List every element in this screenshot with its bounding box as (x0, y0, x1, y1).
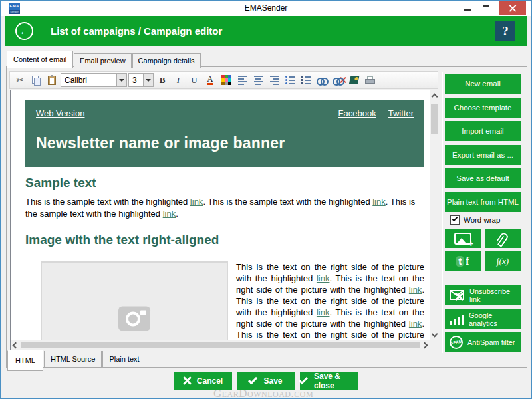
image-section-heading: Image with the text right-aligned (25, 233, 424, 247)
bold-button[interactable]: B (155, 73, 170, 87)
import-email-button[interactable]: Import email (445, 121, 521, 141)
scroll-right-icon[interactable] (422, 342, 428, 349)
scroll-left-icon[interactable] (13, 342, 19, 349)
plain-text-from-html-button[interactable]: Plain text from HTML (445, 192, 521, 212)
print-button[interactable] (362, 73, 377, 87)
social-icons: t f (456, 255, 469, 267)
insert-image-button[interactable] (445, 229, 481, 248)
vertical-scroll-thumb[interactable] (431, 104, 438, 134)
minimize-button[interactable] (458, 1, 477, 15)
insert-object-button[interactable] (346, 73, 361, 87)
ordered-list-button[interactable] (283, 73, 297, 87)
newsletter-banner: Web Version Facebook Twitter Newsletter … (25, 100, 424, 167)
cut-button[interactable]: ✂ (13, 73, 27, 87)
picture-plus-icon (454, 233, 471, 245)
font-family-value: Calibri (61, 76, 116, 85)
horizontal-scroll-thumb[interactable] (21, 342, 420, 348)
app-window: EMASender EMASender ← List of campaigns … (0, 0, 532, 399)
right-link[interactable]: link (409, 285, 422, 295)
web-version-link[interactable]: Web Version (36, 108, 84, 118)
google-analytics-button[interactable]: Google analytics (445, 309, 521, 329)
attach-file-button[interactable] (485, 229, 521, 248)
word-wrap-checkbox[interactable] (450, 215, 460, 225)
sample-link[interactable]: link (372, 197, 386, 207)
font-family-select[interactable]: Calibri (61, 73, 127, 87)
paperclip-icon (496, 231, 509, 246)
remove-link-button[interactable] (331, 73, 345, 87)
bar-chart-icon (450, 314, 464, 325)
right-link[interactable]: link (409, 319, 422, 329)
sample-link[interactable]: link (190, 197, 203, 207)
dropdown-arrow-icon[interactable] (116, 74, 126, 86)
insert-object-icon (348, 76, 359, 84)
window-title: EMASender (1, 1, 531, 16)
camera-icon (118, 307, 150, 331)
font-size-select[interactable]: 3 (128, 73, 154, 87)
choose-template-button[interactable]: Choose template (445, 98, 521, 118)
antispam-filter-button[interactable]: SPAM AntiSpam filter (445, 332, 521, 352)
underline-button[interactable]: U (187, 73, 201, 87)
email-canvas[interactable]: Web Version Facebook Twitter Newsletter … (11, 90, 430, 340)
tab-plain-text[interactable]: Plain text (102, 351, 146, 368)
tab-content-of-email[interactable]: Content of email (7, 51, 73, 68)
right-link[interactable]: link (317, 307, 330, 317)
printer-icon (365, 76, 375, 84)
tab-html[interactable]: HTML (7, 350, 43, 371)
export-email-button[interactable]: Export email as ... (445, 145, 521, 165)
back-arrow-icon: ← (19, 26, 29, 36)
italic-button[interactable]: I (171, 73, 186, 87)
unsubscribe-link-button[interactable]: Unsubscribe link (445, 285, 521, 305)
scroll-up-icon[interactable] (432, 94, 438, 100)
font-size-value: 3 (129, 76, 143, 85)
back-button[interactable]: ← (15, 22, 33, 40)
bullet-list-button[interactable] (299, 73, 313, 87)
dropdown-arrow-icon[interactable] (143, 74, 153, 86)
right-link[interactable]: link (317, 273, 330, 283)
align-left-icon (238, 76, 247, 85)
email-editor[interactable]: Web Version Facebook Twitter Newsletter … (10, 90, 440, 350)
social-buttons-button[interactable]: t f (445, 251, 481, 271)
word-wrap-label: Word wrap (464, 216, 500, 224)
tab-campaign-details[interactable]: Campaign details (132, 53, 201, 68)
scroll-down-icon[interactable] (432, 331, 438, 338)
vertical-scrollbar[interactable] (430, 90, 440, 340)
page-title: List of campaigns / Campaign editor (51, 16, 222, 46)
numbered-list-icon (285, 76, 295, 84)
word-wrap-option: Word wrap (450, 215, 500, 225)
color-palette-icon (221, 75, 231, 85)
save-as-default-button[interactable]: Save as default (445, 168, 521, 188)
insert-link-button[interactable] (315, 73, 329, 87)
paste-icon (48, 76, 56, 85)
paste-button[interactable] (45, 73, 59, 87)
scrollbar-corner (430, 340, 440, 350)
close-button[interactable] (499, 1, 526, 15)
sample-sentence: This is the sample text with the highlig… (207, 197, 372, 207)
close-icon (509, 4, 517, 12)
facebook-link[interactable]: Facebook (338, 108, 376, 118)
align-right-button[interactable] (267, 73, 281, 87)
bullet-list-icon (301, 76, 311, 84)
image-placeholder[interactable] (41, 261, 228, 340)
twitter-link[interactable]: Twitter (388, 108, 414, 118)
align-left-button[interactable] (235, 73, 249, 87)
maximize-icon (483, 5, 489, 11)
twitter-icon: t (456, 256, 464, 267)
page-header: ← List of campaigns / Campaign editor ? (5, 16, 527, 46)
new-email-button[interactable]: New email (445, 74, 521, 94)
sample-paragraph: This is the sample text with the highlig… (25, 196, 424, 219)
font-color-button[interactable]: A (203, 73, 217, 87)
minimize-icon (464, 9, 471, 11)
check-icon (452, 216, 458, 221)
help-button[interactable]: ? (495, 21, 515, 41)
sample-link[interactable]: link (163, 209, 176, 219)
horizontal-scrollbar[interactable] (11, 340, 430, 350)
insert-function-button[interactable]: ∫(x) (485, 251, 521, 271)
tab-html-source[interactable]: HTML Source (44, 351, 102, 368)
align-center-button[interactable] (251, 73, 265, 87)
tab-email-preview[interactable]: Email preview (74, 53, 131, 68)
align-right-icon (270, 76, 279, 85)
right-aligned-paragraph: This is the text on the right side of th… (236, 261, 424, 340)
highlight-color-button[interactable] (219, 73, 233, 87)
maximize-button[interactable] (477, 1, 495, 15)
copy-button[interactable] (29, 73, 43, 87)
